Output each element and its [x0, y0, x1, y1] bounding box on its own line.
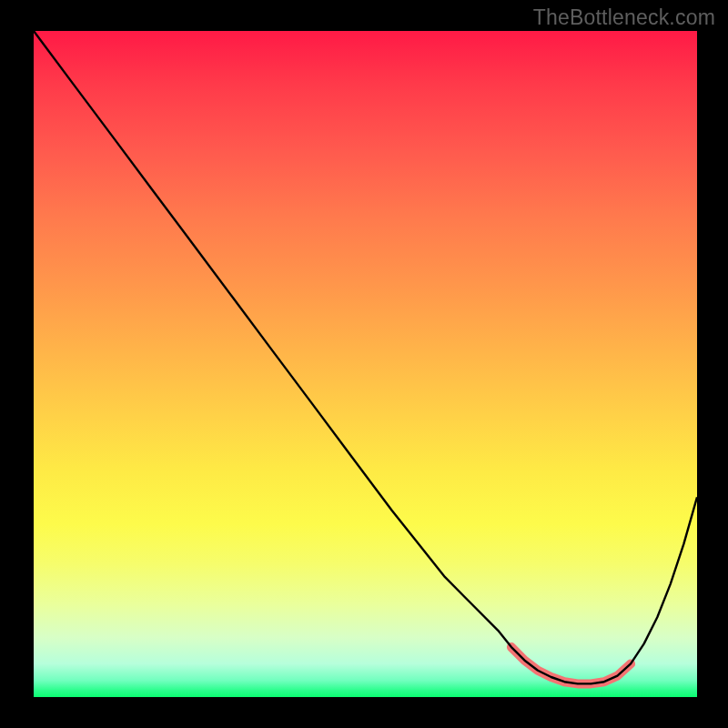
bottleneck-curve — [34, 31, 697, 683]
chart-frame: TheBottleneck.com — [0, 0, 728, 728]
chart-overlay — [34, 31, 697, 697]
watermark-text: TheBottleneck.com — [533, 5, 715, 30]
